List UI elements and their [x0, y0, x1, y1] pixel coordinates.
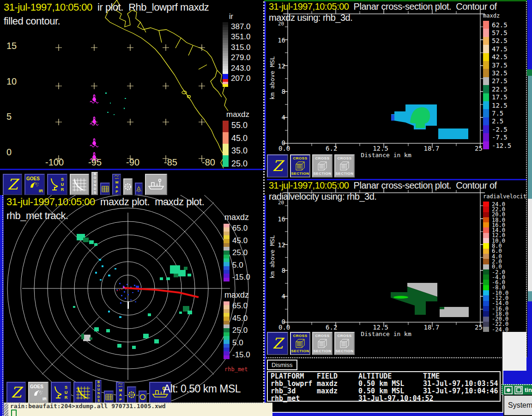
circle-overlay-button[interactable]	[139, 391, 147, 403]
ir-label: IR	[42, 397, 47, 401]
colorbar-swatch	[483, 141, 489, 149]
ir-echo-pixels	[105, 92, 126, 115]
table-body: rhb_lowprfmaxdz0.50 km MSL31-Jul-97,10:0…	[271, 380, 500, 402]
map-x-ticks: -100-95-90-85-80	[45, 157, 215, 168]
circle-icon	[139, 394, 146, 400]
cross-section-button-3[interactable]: CROSS SECTION	[334, 154, 355, 177]
bounds-label: BOUNDS	[96, 380, 101, 403]
zebra-logo: Z	[11, 385, 21, 400]
colorbar-segment	[224, 274, 230, 277]
colorbar-swatch	[483, 212, 489, 217]
colorbar-row: 22.5	[483, 85, 526, 93]
zebra-menu-button[interactable]: Z	[3, 174, 22, 195]
colorbar-ticks: 65.045.025.05.0-15.0	[232, 301, 250, 360]
panel-xsec-maxdz: 31-jul-1997,10:05:00 Planar cross-sectio…	[266, 1, 527, 179]
colorbar-swatch	[483, 317, 489, 322]
y-tick-top: 20	[278, 200, 284, 206]
colorbar-segment	[224, 321, 230, 324]
colorbar-segment	[224, 344, 230, 348]
tick-label: 0	[6, 147, 17, 158]
colorbar-segment	[224, 232, 230, 235]
colorbar-swatch	[483, 227, 489, 232]
colorbar-row: 47.5	[483, 45, 526, 53]
y-tick-top: 20	[278, 21, 284, 27]
zebra-logo: Z	[272, 336, 283, 351]
goes-ir-button[interactable]: GOES IR	[24, 174, 45, 195]
dismiss-button[interactable]: Dismiss	[267, 360, 297, 370]
bounds-button[interactable]: BOUNDS	[91, 172, 98, 195]
grid-radar-button[interactable]	[70, 174, 89, 195]
window-maximize-button[interactable]	[514, 386, 523, 394]
tick-label: 65.0	[232, 224, 250, 233]
range-rings-button[interactable]	[127, 386, 136, 403]
map-overlay-button[interactable]: MAP	[116, 382, 125, 403]
colorbar-row: 32.5	[483, 69, 526, 77]
tick-label: 45.0	[232, 314, 250, 323]
xsec-velocity-colorbar: radialvelocity 24.022.020.018.016.014.01…	[483, 193, 526, 332]
small-grid-button[interactable]	[100, 183, 110, 195]
zebra-menu-button[interactable]: Z	[6, 382, 26, 403]
colorbar-value: 37.5	[492, 61, 508, 69]
colorbar-row: 2.5	[483, 117, 526, 125]
map-overlay-button[interactable]: MAP	[112, 174, 121, 195]
maxdz-colorbar-bar	[223, 121, 229, 167]
bounds-label: BOUNDS	[92, 172, 97, 195]
ship-button[interactable]	[145, 174, 167, 195]
colorbar-row: 52.5	[483, 37, 526, 45]
plot-axes	[283, 188, 485, 327]
grid-radar-button[interactable]	[73, 382, 93, 403]
colorbar-swatch	[483, 125, 489, 133]
colorbar-segment	[224, 251, 230, 254]
cross-section-button-2[interactable]: CROSS SECTION	[312, 332, 332, 355]
edge-window-scrollbar[interactable]	[527, 199, 532, 291]
cross-section-button-active[interactable]: CROSS SECTION	[290, 154, 310, 177]
range-rings	[7, 195, 248, 403]
ir-colorbar: ir 387.0351.0315.0279.0243.0207.0	[223, 12, 263, 87]
zebra-menu-button[interactable]: Z	[267, 154, 288, 177]
colorbar-value: 7.5	[492, 110, 503, 117]
map-y-ticks: 151050	[6, 41, 17, 158]
colorbar-value: 47.5	[492, 45, 508, 53]
colorbar-swatch	[483, 69, 489, 77]
range-rings-button[interactable]	[123, 178, 133, 195]
colorbar-swatch	[483, 301, 489, 306]
buoy-button[interactable]	[135, 183, 143, 195]
colorbar-segment	[224, 247, 230, 251]
tick-label: 12	[278, 62, 285, 70]
cross-section-button-active[interactable]: CROSS SECTION	[290, 332, 310, 355]
timestamp: 31-jul-1997,10:05:00	[269, 1, 349, 12]
colorbar-swatch	[483, 77, 489, 85]
bounds-button[interactable]: BOUNDS	[95, 380, 102, 403]
tick-label: 351.0	[231, 32, 251, 42]
colorbar-swatch	[483, 45, 489, 53]
title-text: Planar cross-section plot. Contour of	[349, 1, 496, 12]
terminal-window[interactable]: rain:beaufait:204>xdump.all 970731.1005.…	[4, 403, 272, 416]
colorbar-swatch	[483, 290, 489, 295]
colorbar-swatch	[483, 295, 489, 300]
panel-separator	[263, 1, 265, 403]
colorbar-segment	[224, 266, 230, 270]
panel-title-line2: rhb_met track.	[6, 210, 68, 222]
grid-radar-icon	[72, 177, 87, 192]
colorbar-segment	[224, 309, 230, 313]
surveillance-radar-button[interactable]: SUR	[47, 174, 67, 195]
system-button[interactable]: System	[503, 395, 532, 416]
cross-section-button-2[interactable]: CROSS SECTION	[312, 154, 332, 177]
track-platform-label: rhb_met	[224, 366, 248, 373]
colorbar-segment	[224, 340, 230, 343]
colorbar-swatch	[483, 21, 489, 29]
cross-section-button-3[interactable]: CROSS SECTION	[334, 332, 355, 355]
small-grid-button[interactable]	[104, 391, 114, 403]
maxdz-colorbar: maxdz 55.045.035.025.0	[223, 110, 263, 169]
zebra-menu-button[interactable]: Z	[267, 332, 288, 355]
surveillance-radar-button[interactable]: SUR	[51, 382, 71, 403]
colorbar-segment	[224, 332, 230, 336]
table-row: rhb_lowprfmaxdz0.50 km MSL31-Jul-97,10:0…	[271, 380, 500, 387]
tick-label: 8	[282, 267, 285, 274]
goes-ir-button[interactable]: GOES IR	[28, 382, 48, 403]
colorbar-swatch	[483, 217, 489, 222]
terminal-scrollbar[interactable]	[4, 404, 8, 416]
window-menu-button[interactable]	[504, 386, 513, 394]
satellite-dish-icon	[30, 181, 40, 189]
colorbar-title: maxdz	[224, 290, 263, 300]
